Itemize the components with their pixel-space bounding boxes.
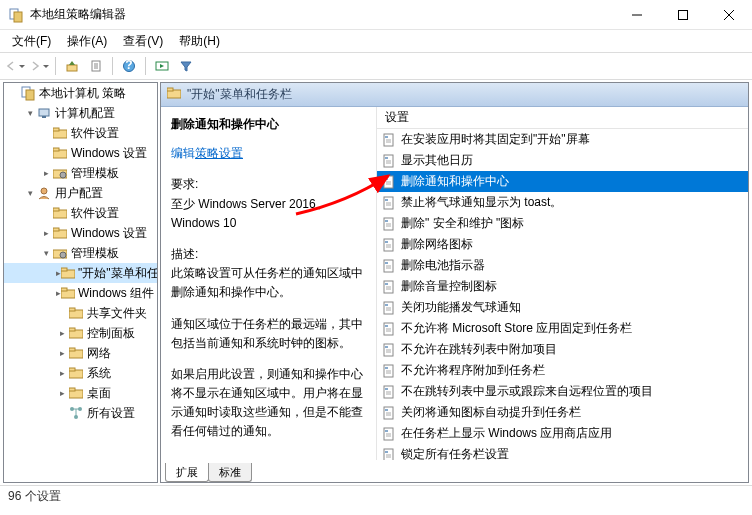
toolbar-properties-button[interactable]: [85, 55, 107, 77]
setting-row[interactable]: 删除音量控制图标: [377, 276, 748, 297]
tab-standard[interactable]: 标准: [208, 463, 252, 482]
requirements-block: 要求: 至少 Windows Server 2016、Windows 10: [171, 175, 366, 233]
tree-item-uc_sw[interactable]: 软件设置: [4, 203, 157, 223]
toolbar-separator: [112, 57, 113, 75]
tree-item-wincomp[interactable]: ▸Windows 组件: [4, 283, 157, 303]
tree-item-root[interactable]: 本地计算机 策略: [4, 83, 157, 103]
setting-row[interactable]: 不在跳转列表中显示或跟踪来自远程位置的项目: [377, 381, 748, 402]
svg-rect-101: [385, 388, 388, 390]
tree-pane[interactable]: 本地计算机 策略▾计算机配置软件设置Windows 设置▸管理模板▾用户配置软件…: [3, 82, 158, 483]
setting-row[interactable]: 锁定所有任务栏设置: [377, 444, 748, 460]
setting-label: 删除音量控制图标: [401, 278, 497, 295]
setting-label: 关闭功能播发气球通知: [401, 299, 521, 316]
svg-rect-97: [385, 367, 388, 369]
setting-row[interactable]: 禁止将气球通知显示为 toast。: [377, 192, 748, 213]
setting-row[interactable]: 删除网络图标: [377, 234, 748, 255]
folder-icon: [167, 87, 181, 102]
menu-action[interactable]: 操作(A): [61, 31, 113, 52]
setting-row[interactable]: 在任务栏上显示 Windows 应用商店应用: [377, 423, 748, 444]
expand-toggle-icon[interactable]: ▸: [40, 168, 52, 178]
tree-node-icon: [68, 345, 84, 361]
svg-rect-32: [61, 268, 67, 271]
tree-item-cc[interactable]: ▾计算机配置: [4, 103, 157, 123]
toolbar-forward-button[interactable]: [28, 55, 50, 77]
edit-policy-link[interactable]: 策略设置: [195, 146, 243, 160]
tree-item-uc_adm[interactable]: ▾管理模板: [4, 243, 157, 263]
toolbar-separator: [145, 57, 146, 75]
settings-list[interactable]: 在安装应用时将其固定到"开始"屏幕显示其他日历删除通知和操作中心禁止将气球通知显…: [377, 129, 748, 460]
column-header-setting[interactable]: 设置: [377, 107, 748, 129]
setting-icon: [381, 174, 397, 190]
tree-item-cc_sw[interactable]: 软件设置: [4, 123, 157, 143]
tree-node-label: 计算机配置: [55, 105, 115, 122]
expand-toggle-icon[interactable]: ▸: [40, 228, 52, 238]
description-paragraph: 如果启用此设置，则通知和操作中心将不显示在通知区域中。用户将在显示通知时读取这些…: [171, 365, 366, 442]
tree-item-uc[interactable]: ▾用户配置: [4, 183, 157, 203]
tree-item-share[interactable]: 共享文件夹: [4, 303, 157, 323]
setting-row[interactable]: 删除" 安全和维护 "图标: [377, 213, 748, 234]
expand-toggle-icon[interactable]: ▸: [56, 348, 68, 358]
tree-node-icon: [36, 105, 52, 121]
menu-view[interactable]: 查看(V): [117, 31, 169, 52]
setting-icon: [381, 384, 397, 400]
svg-point-30: [60, 252, 66, 258]
setting-row[interactable]: 关闭功能播发气球通知: [377, 297, 748, 318]
tree-node-label: 本地计算机 策略: [39, 85, 126, 102]
minimize-button[interactable]: [614, 0, 660, 30]
window-controls: [614, 0, 752, 30]
expand-toggle-icon[interactable]: ▾: [40, 248, 52, 258]
tree-node-icon: [52, 245, 68, 261]
setting-label: 不允许将程序附加到任务栏: [401, 362, 545, 379]
menu-help[interactable]: 帮助(H): [173, 31, 226, 52]
tree-item-start[interactable]: ▸"开始"菜单和任务栏: [4, 263, 157, 283]
setting-row[interactable]: 删除通知和操作中心: [377, 171, 748, 192]
toolbar-back-button[interactable]: [4, 55, 26, 77]
tree-node-label: 控制面板: [87, 325, 135, 342]
setting-icon: [381, 258, 397, 274]
setting-row[interactable]: 显示其他日历: [377, 150, 748, 171]
tree-node-icon: [61, 285, 75, 301]
expand-toggle-icon[interactable]: ▾: [24, 108, 36, 118]
close-button[interactable]: [706, 0, 752, 30]
setting-row[interactable]: 不允许将程序附加到任务栏: [377, 360, 748, 381]
expand-toggle-icon[interactable]: ▸: [56, 328, 68, 338]
setting-row[interactable]: 不允许在跳转列表中附加项目: [377, 339, 748, 360]
expand-toggle-icon[interactable]: ▾: [24, 188, 36, 198]
maximize-button[interactable]: [660, 0, 706, 30]
setting-icon: [381, 195, 397, 211]
toolbar-up-button[interactable]: [61, 55, 83, 77]
tree-node-label: Windows 设置: [71, 225, 147, 242]
tree-node-icon: [68, 325, 84, 341]
setting-label: 删除网络图标: [401, 236, 473, 253]
setting-row[interactable]: 不允许将 Microsoft Store 应用固定到任务栏: [377, 318, 748, 339]
content-title: "开始"菜单和任务栏: [187, 86, 292, 103]
setting-label: 不允许将 Microsoft Store 应用固定到任务栏: [401, 320, 632, 337]
tree-item-net[interactable]: ▸网络: [4, 343, 157, 363]
toolbar-help-button[interactable]: ?: [118, 55, 140, 77]
tree-item-cc_adm[interactable]: ▸管理模板: [4, 163, 157, 183]
svg-rect-85: [385, 304, 388, 306]
tree-item-desk[interactable]: ▸桌面: [4, 383, 157, 403]
toolbar-run-button[interactable]: [151, 55, 173, 77]
menu-file[interactable]: 文件(F): [6, 31, 57, 52]
tree-node-label: 用户配置: [55, 185, 103, 202]
tree-node-icon: [52, 205, 68, 221]
expand-toggle-icon[interactable]: ▸: [56, 388, 68, 398]
setting-row[interactable]: 关闭将通知图标自动提升到任务栏: [377, 402, 748, 423]
description-block: 描述: 此策略设置可从任务栏的通知区域中删除通知和操作中心。: [171, 245, 366, 303]
expand-toggle-icon[interactable]: ▸: [56, 368, 68, 378]
setting-row[interactable]: 在安装应用时将其固定到"开始"屏幕: [377, 129, 748, 150]
svg-rect-38: [69, 328, 75, 331]
tree-node-label: Windows 组件: [78, 285, 154, 302]
tab-extended[interactable]: 扩展: [165, 463, 209, 482]
tree-item-ctrl[interactable]: ▸控制面板: [4, 323, 157, 343]
tree-item-cc_win[interactable]: Windows 设置: [4, 143, 157, 163]
tree-node-icon: [52, 225, 68, 241]
setting-label: 在任务栏上显示 Windows 应用商店应用: [401, 425, 612, 442]
toolbar-filter-button[interactable]: [175, 55, 197, 77]
setting-row[interactable]: 删除电池指示器: [377, 255, 748, 276]
tree-item-all[interactable]: 所有设置: [4, 403, 157, 423]
tree-item-sys[interactable]: ▸系统: [4, 363, 157, 383]
setting-label: 锁定所有任务栏设置: [401, 446, 509, 460]
tree-item-uc_win[interactable]: ▸Windows 设置: [4, 223, 157, 243]
